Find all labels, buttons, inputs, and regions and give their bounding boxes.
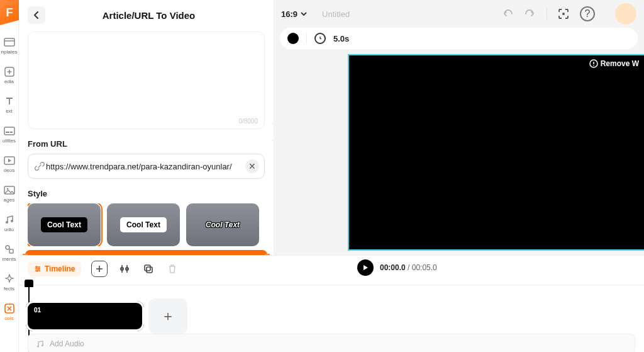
nav-item-templates[interactable]: nplates xyxy=(0,37,19,55)
tools-icon xyxy=(4,303,15,314)
sparkle-icon xyxy=(4,273,15,285)
divider xyxy=(306,33,307,44)
nav-label: ools xyxy=(4,315,14,321)
focus-frame-button[interactable] xyxy=(557,8,570,20)
style-chip-label: Cool Text xyxy=(41,217,87,232)
panel-title: Article/URL To Video xyxy=(33,10,265,21)
top-actions: ? xyxy=(501,3,636,25)
templates-icon xyxy=(4,37,15,48)
style-option-2[interactable]: Cool Text xyxy=(186,203,259,246)
nav-item-media[interactable]: edia xyxy=(0,66,19,84)
remove-watermark-label: Remove W xyxy=(601,59,639,68)
svg-point-24 xyxy=(37,345,39,347)
style-chip-label: Cool Text xyxy=(199,217,246,232)
left-navigation: F nplates edia ext otitles deos ages udi… xyxy=(0,0,19,352)
nav-item-videos[interactable]: deos xyxy=(0,155,19,173)
char-counter: 0/8000 xyxy=(238,118,258,125)
project-title[interactable]: Untitled xyxy=(322,9,350,19)
scene-clip[interactable]: 01 xyxy=(28,303,142,329)
add-audio-row[interactable]: Add Audio xyxy=(28,334,635,352)
svg-point-16 xyxy=(562,13,565,15)
avatar[interactable] xyxy=(615,3,636,25)
timeline-ruler xyxy=(19,285,644,285)
music-icon xyxy=(4,214,15,225)
from-url-label: From URL xyxy=(28,139,265,149)
split-button[interactable] xyxy=(118,261,131,277)
aspect-ratio-selector[interactable]: 16:9 xyxy=(281,9,307,19)
play-icon xyxy=(362,264,369,271)
nav-label: otitles xyxy=(3,138,16,144)
add-button[interactable] xyxy=(91,261,108,277)
delete-button[interactable] xyxy=(165,261,179,277)
undo-button[interactable] xyxy=(501,9,514,19)
svg-rect-14 xyxy=(9,249,13,253)
timeline-chip-label: Timeline xyxy=(45,264,75,273)
elements-icon xyxy=(4,244,15,255)
nav-item-audio[interactable]: udio xyxy=(0,214,19,232)
play-button[interactable] xyxy=(357,259,374,276)
svg-point-25 xyxy=(42,344,43,346)
duplicate-button[interactable] xyxy=(142,261,155,277)
music-note-icon xyxy=(36,339,45,348)
app-logo: F xyxy=(0,0,19,25)
video-play-icon xyxy=(4,155,15,166)
style-options: Cool Text Cool Text Cool Text xyxy=(28,203,267,246)
nav-item-subtitles[interactable]: otitles xyxy=(0,125,19,144)
url-input[interactable] xyxy=(46,162,245,171)
redo-button[interactable] xyxy=(524,9,536,19)
time-current: 00:00.0 xyxy=(380,263,406,272)
svg-point-11 xyxy=(6,221,8,224)
svg-point-19 xyxy=(593,65,594,66)
image-icon xyxy=(4,185,15,196)
nav-label: nplates xyxy=(1,49,18,55)
timecode: 00:00.0 / 00:05.0 xyxy=(380,263,437,272)
nav-item-tools[interactable]: ools xyxy=(0,303,19,321)
add-scene-button[interactable]: ＋ xyxy=(148,298,187,334)
nav-label: fects xyxy=(4,286,14,292)
clip-info-bar: 5.0s xyxy=(280,28,638,49)
nav-item-effects[interactable]: fects xyxy=(0,273,19,292)
svg-rect-7 xyxy=(10,132,13,133)
help-button[interactable]: ? xyxy=(580,6,595,21)
video-preview[interactable]: Remove W xyxy=(349,55,644,249)
nav-item-text[interactable]: ext xyxy=(0,96,19,114)
aspect-ratio-value: 16:9 xyxy=(281,9,297,19)
nav-label: deos xyxy=(4,167,14,173)
style-option-0[interactable]: Cool Text xyxy=(28,203,101,246)
scene-track: 01 ＋ xyxy=(28,298,187,334)
scene-index: 01 xyxy=(34,307,41,314)
playback-controls: 00:00.0 / 00:05.0 xyxy=(357,259,437,276)
nav-item-elements[interactable]: ments xyxy=(0,244,19,262)
playhead[interactable] xyxy=(25,280,35,290)
nav-label: ext xyxy=(6,108,13,114)
nav-label: ages xyxy=(4,197,14,203)
svg-point-10 xyxy=(6,188,8,190)
nav-item-list: nplates edia ext otitles deos ages udio xyxy=(0,25,18,321)
style-chip-label: Cool Text xyxy=(120,217,167,232)
chevron-down-icon xyxy=(301,11,307,16)
plus-box-icon xyxy=(4,66,15,77)
clip-duration: 5.0s xyxy=(333,34,349,43)
style-option-1[interactable]: Cool Text xyxy=(107,203,180,246)
remove-watermark-button[interactable]: Remove W xyxy=(589,59,639,68)
alert-icon xyxy=(589,59,598,68)
add-audio-label: Add Audio xyxy=(50,339,84,348)
nav-item-images[interactable]: ages xyxy=(0,185,19,203)
clock-icon xyxy=(314,33,326,44)
text-icon xyxy=(4,96,15,107)
canvas-top-bar: 16:9 Untitled ? xyxy=(274,0,644,28)
svg-rect-23 xyxy=(147,267,152,273)
svg-point-12 xyxy=(11,220,13,222)
timeline-section: Timeline 00:00.0 / 00:05.0 01 ＋ Add Audi… xyxy=(19,255,644,352)
timeline-mode-chip[interactable]: Timeline xyxy=(28,261,81,276)
scene-color-dot[interactable] xyxy=(287,33,299,44)
article-content-box[interactable]: 0/8000 xyxy=(28,31,265,129)
canvas-area: 16:9 Untitled ? 5.0s Remove W xyxy=(274,0,644,255)
clear-url-button[interactable]: ✕ xyxy=(245,159,259,173)
time-total: 00:05.0 xyxy=(412,263,437,272)
svg-rect-5 xyxy=(4,127,14,135)
toolbar-divider xyxy=(547,8,547,20)
svg-rect-0 xyxy=(4,38,14,46)
sliders-icon xyxy=(34,265,42,273)
subtitles-icon xyxy=(4,125,15,137)
